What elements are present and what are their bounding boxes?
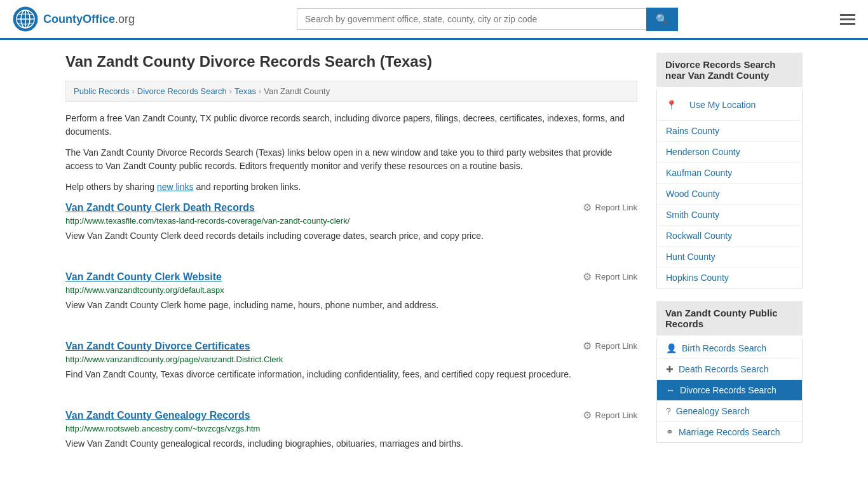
public-records-section: Van Zandt County Public Records 👤 Birth … (656, 301, 803, 443)
result-description: View Van Zandt County Clerk home page, i… (65, 299, 637, 312)
marriage-records-link[interactable]: ⚭ Marriage Records Search (657, 422, 802, 442)
result-title-row: Van Zandt County Divorce Certificates ⚙ … (65, 340, 637, 352)
county-link-rains[interactable]: Rains County (657, 121, 802, 141)
report-icon: ⚙ (583, 271, 592, 283)
result-url: http://www.vanzandtcounty.org/default.as… (65, 285, 637, 295)
nearby-counties-list: 📍 Use My Location Rains County Henderson… (656, 90, 803, 288)
genealogy-link[interactable]: ? Genealogy Search (657, 401, 802, 421)
list-item: Rains County (657, 121, 802, 142)
report-link[interactable]: ⚙ Report Link (583, 201, 637, 214)
logo-icon (13, 6, 38, 32)
county-link-hopkins[interactable]: Hopkins County (657, 268, 802, 288)
breadcrumb-link-texas[interactable]: Texas (234, 86, 256, 96)
description-paragraph-3: Help others by sharing new links and rep… (65, 180, 637, 194)
person-icon: 👤 (666, 343, 677, 353)
description-paragraph-1: Perform a free Van Zandt County, TX publ… (65, 112, 637, 139)
county-link-henderson[interactable]: Henderson County (657, 142, 802, 162)
result-description: View Van Zandt County Clerk deed records… (65, 229, 637, 243)
description-paragraph-2: The Van Zandt County Divorce Records Sea… (65, 146, 637, 173)
result-title-link[interactable]: Van Zandt County Clerk Website (65, 271, 222, 283)
main-container: Van Zandt County Divorce Records Search … (53, 40, 815, 488)
results-list: Van Zandt County Clerk Death Records ⚙ R… (65, 201, 637, 463)
county-link-hunt[interactable]: Hunt County (657, 247, 802, 267)
result-title-link[interactable]: Van Zandt County Genealogy Records (65, 410, 250, 421)
result-url: http://www.vanzandtcounty.org/page/vanza… (65, 355, 637, 364)
search-icon: 🔍 (656, 14, 668, 25)
list-item: Henderson County (657, 142, 802, 163)
pin-icon: 📍 (666, 100, 677, 110)
divorce-records-link[interactable]: ↔ Divorce Records Search (657, 380, 802, 400)
report-icon: ⚙ (583, 340, 592, 352)
result-title-row: Van Zandt County Genealogy Records ⚙ Rep… (65, 409, 637, 421)
result-url: http://www.texasfile.com/texas-land-reco… (65, 216, 637, 226)
page-title: Van Zandt County Divorce Records Search … (65, 53, 637, 71)
nearby-section: Divorce Records Search near Van Zandt Co… (656, 53, 803, 288)
content-area: Van Zandt County Divorce Records Search … (65, 53, 637, 478)
list-item: Hopkins County (657, 268, 802, 288)
result-item: Van Zandt County Divorce Certificates ⚙ … (65, 340, 637, 394)
result-item: Van Zandt County Clerk Death Records ⚙ R… (65, 201, 637, 255)
public-records-header: Van Zandt County Public Records (656, 301, 803, 336)
hamburger-menu[interactable] (840, 14, 855, 25)
death-records-link[interactable]: ✚ Death Records Search (657, 359, 802, 379)
report-link[interactable]: ⚙ Report Link (583, 340, 637, 352)
breadcrumb-link-public-records[interactable]: Public Records (74, 86, 129, 96)
search-button[interactable]: 🔍 (646, 8, 678, 31)
county-link-kaufman[interactable]: Kaufman County (657, 163, 802, 183)
result-title-row: Van Zandt County Clerk Death Records ⚙ R… (65, 201, 637, 214)
use-location-item: 📍 Use My Location (657, 90, 802, 121)
search-input[interactable] (297, 8, 646, 30)
sidebar: Divorce Records Search near Van Zandt Co… (656, 53, 803, 478)
new-links-link[interactable]: new links (157, 182, 194, 192)
use-location-link[interactable]: Use My Location (681, 95, 764, 115)
breadcrumb-sep-2: › (229, 86, 232, 96)
breadcrumb-sep-3: › (259, 86, 261, 96)
breadcrumb: Public Records › Divorce Records Search … (65, 81, 637, 102)
result-item: Van Zandt County Genealogy Records ⚙ Rep… (65, 409, 637, 463)
list-item: 👤 Birth Records Search (657, 338, 802, 359)
list-item: Wood County (657, 184, 802, 205)
question-icon: ? (666, 406, 671, 416)
rings-icon: ⚭ (666, 427, 674, 437)
list-item: ↔ Divorce Records Search (657, 380, 802, 401)
list-item: Kaufman County (657, 163, 802, 184)
list-item: ✚ Death Records Search (657, 359, 802, 380)
result-description: Find Van Zandt County, Texas divorce cer… (65, 368, 637, 381)
list-item: Smith County (657, 205, 802, 226)
birth-records-link[interactable]: 👤 Birth Records Search (657, 338, 802, 358)
county-link-smith[interactable]: Smith County (657, 205, 802, 225)
header: CountyOffice.org 🔍 (0, 0, 868, 40)
report-icon: ⚙ (583, 409, 592, 421)
result-title-link[interactable]: Van Zandt County Divorce Certificates (65, 341, 250, 352)
list-item: Rockwall County (657, 226, 802, 247)
public-records-list: 👤 Birth Records Search ✚ Death Records S… (656, 338, 803, 443)
result-description: View Van Zandt County genealogical recor… (65, 437, 637, 451)
list-item: Hunt County (657, 247, 802, 268)
report-link[interactable]: ⚙ Report Link (583, 409, 637, 421)
breadcrumb-link-divorce-records[interactable]: Divorce Records Search (137, 86, 227, 96)
cross-icon: ✚ (666, 364, 674, 374)
result-title-link[interactable]: Van Zandt County Clerk Death Records (65, 202, 255, 214)
breadcrumb-current: Van Zandt County (264, 86, 330, 96)
logo-area: CountyOffice.org (13, 6, 135, 32)
county-link-wood[interactable]: Wood County (657, 184, 802, 204)
result-url: http://www.rootsweb.ancestry.com/~txvzcg… (65, 424, 637, 433)
list-item: ⚭ Marriage Records Search (657, 422, 802, 442)
arrows-icon: ↔ (666, 385, 675, 395)
breadcrumb-sep-1: › (132, 86, 134, 96)
result-item: Van Zandt County Clerk Website ⚙ Report … (65, 271, 637, 325)
county-link-rockwall[interactable]: Rockwall County (657, 226, 802, 246)
report-link[interactable]: ⚙ Report Link (583, 271, 637, 283)
nearby-section-header: Divorce Records Search near Van Zandt Co… (656, 53, 803, 87)
report-icon: ⚙ (583, 201, 592, 214)
list-item: ? Genealogy Search (657, 401, 802, 422)
logo-text: CountyOffice.org (43, 13, 135, 26)
result-title-row: Van Zandt County Clerk Website ⚙ Report … (65, 271, 637, 283)
search-area: 🔍 (297, 8, 678, 31)
